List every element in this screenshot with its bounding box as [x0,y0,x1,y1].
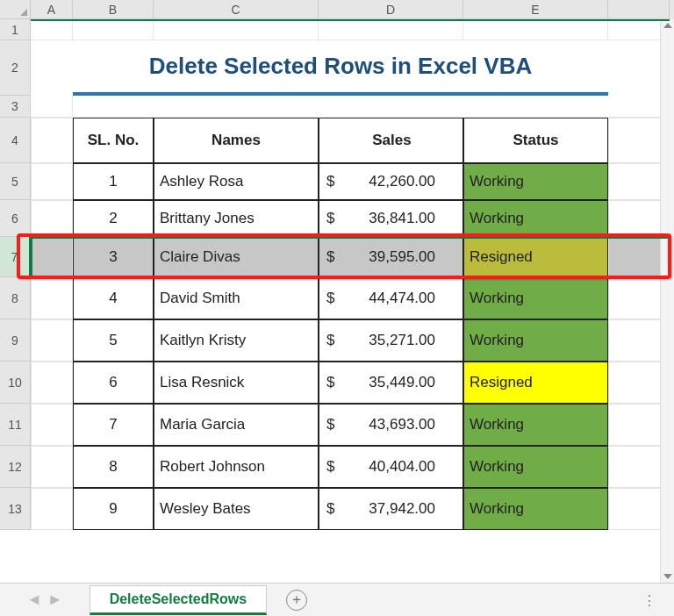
cell-name[interactable]: Maria Garcia [154,404,319,446]
row-header-3[interactable]: 3 [0,96,31,118]
cell-blank[interactable] [31,163,73,200]
col-header-E[interactable]: E [463,0,608,19]
table-row[interactable]: 6Lisa Resnick$35,449.00Resigned [31,362,674,404]
tab-next-icon[interactable]: ► [47,591,63,609]
header-status[interactable]: Status [463,118,608,163]
cell-sales[interactable]: $40,404.00 [319,446,463,488]
row-header-9[interactable]: 9 [0,319,31,362]
tab-prev-icon[interactable]: ◄ [26,591,42,609]
add-sheet-button[interactable]: ＋ [286,590,307,611]
cell-slno[interactable]: 7 [73,404,154,446]
cell-blank[interactable] [31,488,73,530]
cell-status[interactable]: Resigned [463,362,608,404]
cell-name[interactable]: Wesley Bates [154,488,319,530]
cell-blank[interactable] [31,446,73,488]
vertical-scrollbar[interactable] [660,19,674,583]
table-row[interactable]: 9Wesley Bates$37,942.00Working [31,488,674,530]
row-header-5[interactable]: 5 [0,163,31,200]
cell-name[interactable]: Claire Divas [154,237,319,277]
table-row[interactable]: 2Brittany Jones$36,841.00Working [31,200,674,237]
row-header-12[interactable]: 12 [0,446,31,488]
cell-A2[interactable] [31,40,73,96]
table-row[interactable]: 4David Smith$44,474.00Working [31,277,674,319]
header-sales[interactable]: Sales [319,118,463,163]
cell-sales[interactable]: $42,260.00 [319,163,463,200]
tab-options-icon[interactable]: ⋮ [642,592,658,609]
cell-status[interactable]: Working [463,488,608,530]
cell-sales[interactable]: $37,942.00 [319,488,463,530]
cell-blank[interactable] [31,404,73,446]
cell-A3[interactable] [31,96,73,118]
row-header-13[interactable]: 13 [0,488,31,530]
header-names[interactable]: Names [154,118,319,163]
cell-C1[interactable] [154,19,319,40]
header-slno[interactable]: SL. No. [73,118,154,163]
cell-status[interactable]: Working [463,163,608,200]
cell-blank[interactable] [31,237,73,277]
row-header-10[interactable]: 10 [0,362,31,404]
cell-blank[interactable] [31,319,73,362]
col-header-B[interactable]: B [73,0,154,19]
cell-sales[interactable]: $44,474.00 [319,277,463,319]
cell-name[interactable]: David Smith [154,277,319,319]
cell-sales[interactable]: $39,595.00 [319,237,463,277]
cell-status[interactable]: Resigned [463,237,608,277]
row-header-6[interactable]: 6 [0,200,31,237]
cell-blank[interactable] [31,277,73,319]
cell-slno[interactable]: 5 [73,319,154,362]
row-header-2[interactable]: 2 [0,40,31,96]
cell-name[interactable]: Kaitlyn Kristy [154,319,319,362]
cell-slno[interactable]: 3 [73,237,154,277]
cell-C3[interactable] [154,96,319,118]
cell-sales[interactable]: $36,841.00 [319,200,463,237]
cell-blank[interactable] [31,362,73,404]
table-row[interactable]: 3Claire Divas$39,595.00Resigned [31,237,674,277]
row-header-11[interactable]: 11 [0,404,31,446]
cell-sales[interactable]: $35,271.00 [319,319,463,362]
row-header-8[interactable]: 8 [0,277,31,319]
select-all-corner[interactable] [0,0,31,19]
tab-nav-arrows[interactable]: ◄ ► [26,591,63,609]
cell-name[interactable]: Ashley Rosa [154,163,319,200]
cell-name[interactable]: Brittany Jones [154,200,319,237]
col-header-A[interactable]: A [31,0,73,19]
cell-slno[interactable]: 1 [73,163,154,200]
table-row[interactable]: 1Ashley Rosa$42,260.00Working [31,163,674,200]
cell-E1[interactable] [463,19,608,40]
cell-E3[interactable] [463,96,608,118]
sheet-tab-active[interactable]: DeleteSelectedRows [90,585,268,615]
cell-slno[interactable]: 9 [73,488,154,530]
cell-slno[interactable]: 8 [73,446,154,488]
row-header-4[interactable]: 4 [0,118,31,163]
cell-D1[interactable] [319,19,463,40]
row-header-1[interactable]: 1 [0,19,31,40]
cell-area[interactable]: Delete Selected Rows in Excel VBA SL. No… [31,19,674,530]
page-title[interactable]: Delete Selected Rows in Excel VBA [73,40,608,96]
cell-slno[interactable]: 2 [73,200,154,237]
cell-sales[interactable]: $43,693.00 [319,404,463,446]
col-header-C[interactable]: C [154,0,319,19]
row-header-7[interactable]: 7 [0,237,31,277]
table-row[interactable]: 8Robert Johnson$40,404.00Working [31,446,674,488]
cell-status[interactable]: Working [463,446,608,488]
cell-status[interactable]: Working [463,319,608,362]
cell-name[interactable]: Lisa Resnick [154,362,319,404]
cell-slno[interactable]: 4 [73,277,154,319]
cell-blank[interactable] [31,200,73,237]
cell-status[interactable]: Working [463,200,608,237]
cell-A4[interactable] [31,118,73,163]
cell-status[interactable]: Working [463,404,608,446]
cell-sales[interactable]: $35,449.00 [319,362,463,404]
cell-name[interactable]: Robert Johnson [154,446,319,488]
cell-A1[interactable] [31,19,73,40]
cell-D3[interactable] [319,96,463,118]
table-row[interactable]: 7Maria Garcia$43,693.00Working [31,404,674,446]
table-row[interactable]: 5Kaitlyn Kristy$35,271.00Working [31,319,674,362]
col-header-D[interactable]: D [319,0,463,19]
cell-B3[interactable] [73,96,154,118]
col-header-extra[interactable] [608,0,670,19]
cell-slno[interactable]: 6 [73,362,154,404]
excel-worksheet: A B C D E 1 2 3 4 5 6 7 8 9 10 11 12 13 [0,0,674,616]
cell-B1[interactable] [73,19,154,40]
cell-status[interactable]: Working [463,277,608,319]
